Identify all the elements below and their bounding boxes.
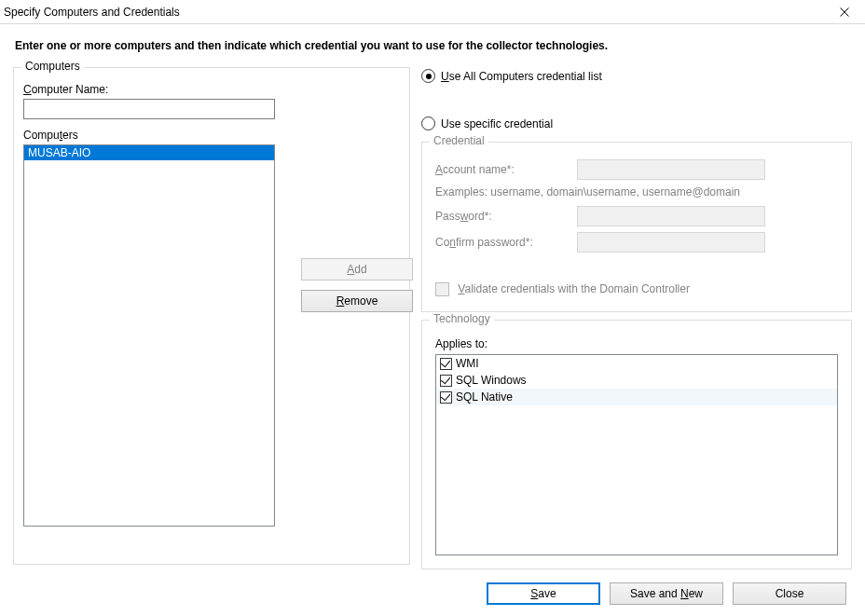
computers-list-label: Computers (23, 129, 400, 142)
content-area: Computers Computer Name: Computers MUSAB… (13, 67, 852, 569)
confirm-password-label: Confirm password*: (435, 236, 573, 249)
validate-row: Validate credentials with the Domain Con… (435, 282, 838, 296)
instruction-text: Enter one or more computers and then ind… (0, 24, 865, 62)
title-bar: Specify Computers and Credentials (0, 0, 865, 24)
validate-label: Validate credentials with the Domain Con… (458, 282, 690, 295)
examples-text: Examples: username, domain\username, use… (435, 185, 838, 198)
computer-name-input[interactable] (23, 99, 275, 119)
radio-icon (421, 69, 435, 83)
checkbox-icon (440, 391, 452, 404)
tech-item-label: WMI (456, 357, 479, 370)
applies-to-label: Applies to: (435, 337, 838, 350)
confirm-password-input (577, 232, 765, 253)
computers-group: Computers Computer Name: Computers MUSAB… (13, 67, 410, 565)
radio-icon (421, 116, 435, 130)
right-column: Use All Computers credential list Use sp… (421, 67, 852, 569)
tech-item-label: SQL Native (456, 390, 513, 404)
footer-buttons: Save Save and New Close (0, 582, 865, 605)
validate-checkbox (435, 282, 449, 296)
radio-use-specific-label: Use specific credential (441, 117, 553, 130)
computers-group-label: Computers (21, 60, 84, 73)
checkbox-icon (440, 358, 452, 370)
checkbox-icon (440, 375, 452, 387)
password-input (577, 206, 765, 226)
tech-item-sql-windows[interactable]: SQL Windows (436, 372, 837, 389)
close-button[interactable]: Close (733, 582, 846, 605)
tech-item-label: SQL Windows (456, 374, 527, 387)
add-button: Add (301, 258, 413, 281)
tech-item-sql-native[interactable]: SQL Native (436, 389, 837, 405)
computers-listbox[interactable]: MUSAB-AIO (23, 144, 275, 527)
radio-use-all[interactable]: Use All Computers credential list (421, 69, 852, 83)
save-and-new-button[interactable]: Save and New (610, 582, 723, 605)
credential-group: Credential Account name*: Examples: user… (421, 142, 852, 312)
computer-name-label: Computer Name: (23, 83, 400, 96)
window-close-button[interactable] (823, 0, 865, 23)
account-name-input (577, 159, 765, 180)
dialog-window: Specify Computers and Credentials Enter … (0, 0, 865, 616)
save-button[interactable]: Save (487, 582, 600, 605)
list-item[interactable]: MUSAB-AIO (24, 145, 274, 160)
technology-group: Technology Applies to: WMI SQL Windows S… (421, 320, 852, 569)
close-icon (840, 7, 849, 17)
radio-use-specific[interactable]: Use specific credential (421, 116, 852, 130)
tech-item-wmi[interactable]: WMI (436, 355, 837, 372)
window-title: Specify Computers and Credentials (4, 6, 180, 19)
technology-listbox[interactable]: WMI SQL Windows SQL Native (435, 354, 838, 555)
remove-button[interactable]: Remove (301, 290, 413, 312)
password-label: Password*: (435, 210, 573, 223)
credential-group-label: Credential (430, 134, 488, 147)
radio-use-all-label: Use All Computers credential list (441, 70, 602, 83)
technology-group-label: Technology (430, 312, 494, 325)
account-name-label: Account name*: (435, 163, 573, 176)
